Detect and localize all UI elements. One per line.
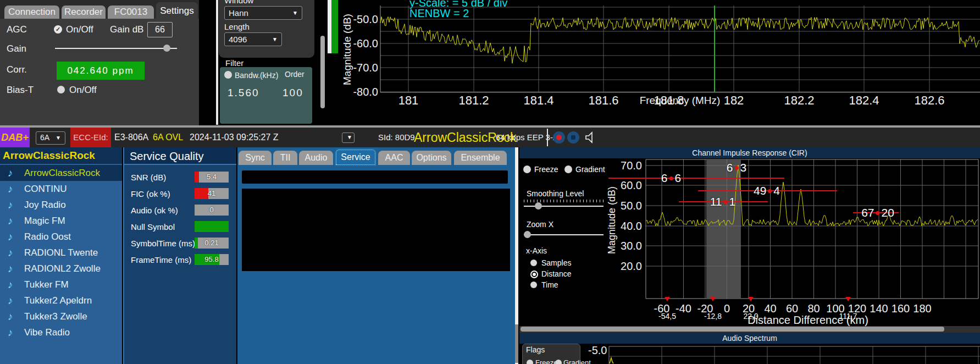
- quality-bar: 0.21: [195, 238, 229, 249]
- cir-xtick: 40: [764, 302, 776, 315]
- list-item[interactable]: ♪CONTINU: [0, 181, 122, 197]
- tab-sync[interactable]: Sync: [239, 151, 272, 165]
- biast-radio[interactable]: [57, 86, 65, 93]
- tab-settings[interactable]: Settings: [156, 2, 198, 19]
- length-label: Length: [224, 22, 250, 31]
- gain-slider[interactable]: [55, 48, 177, 49]
- receiver-panel: ConnectionRecorderFC0013Settings AGC ✓ O…: [0, 0, 199, 125]
- quality-bar: 0: [195, 205, 229, 216]
- horizontal-scrollbar-thumb[interactable]: [521, 327, 944, 332]
- music-note-icon: ♪: [8, 181, 13, 197]
- ecc-eid-badge: ECC-EId:: [70, 128, 111, 147]
- gain-slider-handle[interactable]: [163, 45, 170, 52]
- cir-xtick: 140: [870, 302, 888, 315]
- agc-checkbox[interactable]: ✓: [54, 25, 62, 34]
- service-dropdown-button[interactable]: ▼: [342, 133, 355, 143]
- window-value: Hann: [229, 8, 248, 18]
- cir-freeze-radio[interactable]: [523, 166, 531, 173]
- service-item-label: Tukker2 Apeldrn: [24, 293, 92, 308]
- flags-group: Flags Freeze Gradient: [522, 344, 580, 364]
- service-item-label: Joy Radio: [24, 197, 66, 213]
- service-quality-title: Service Quality: [124, 147, 236, 165]
- tab-connection[interactable]: Connection: [4, 5, 59, 19]
- echo-marker-digits: 4: [773, 184, 780, 197]
- echo-marker-digits: 3: [740, 161, 747, 174]
- vertical-scrollbar-thumb[interactable]: [515, 324, 518, 363]
- gain-db-label: Gain dB: [110, 24, 143, 35]
- list-item[interactable]: ♪Magic FM: [0, 213, 122, 229]
- scrollbar[interactable]: [320, 36, 325, 108]
- tab-fc0013[interactable]: FC0013: [108, 5, 154, 19]
- quality-value: 5.4: [195, 172, 229, 183]
- echo-marker-digits: 6: [661, 172, 668, 185]
- biast-label: Bias-T: [7, 85, 34, 96]
- vertical-splitter[interactable]: [216, 0, 218, 125]
- length-combo[interactable]: 4096 ▼: [224, 32, 282, 46]
- content-display-box: [242, 189, 510, 271]
- tab-options[interactable]: Options: [412, 151, 451, 165]
- tab-tii[interactable]: TII: [273, 151, 297, 165]
- echo-axis-marker-label: 111,7: [839, 312, 857, 321]
- stop-button[interactable]: [567, 131, 579, 144]
- echo-marker-digits: 1: [729, 195, 736, 208]
- music-note-icon: ♪: [8, 293, 13, 308]
- as-gradient-radio[interactable]: [555, 360, 562, 364]
- echo-marker-line: [608, 178, 784, 179]
- zoomx-slider-handle[interactable]: [524, 231, 531, 238]
- bandw-value: 1.560: [228, 87, 259, 99]
- list-item[interactable]: ♪RADIONL2 Zwolle: [0, 261, 122, 277]
- datetime: 2024-11-03 09:25:27 Z: [190, 128, 279, 147]
- zoomx-label: Zoom X: [527, 220, 553, 229]
- list-item[interactable]: ♪Vibe Radio: [0, 324, 122, 340]
- xaxis-radio-time[interactable]: [530, 282, 537, 288]
- bandw-radio[interactable]: [224, 71, 232, 79]
- service-item-label: Magic FM: [24, 213, 65, 229]
- xaxis-radio-distance[interactable]: [530, 271, 538, 278]
- list-item[interactable]: ♪RADIONL Twente: [0, 245, 122, 261]
- spectrum-xtick: 181.4: [523, 93, 553, 108]
- music-note-icon: ♪: [8, 324, 13, 340]
- quality-row-label: FIC (ok %): [131, 189, 170, 198]
- spectrum-xtick: 182: [724, 93, 744, 108]
- window-combo[interactable]: Hann ▼: [224, 6, 302, 20]
- list-item[interactable]: ♪Joy Radio: [0, 197, 122, 213]
- ensemble-name: ArrowClassicRock: [0, 147, 122, 164]
- cir-title: Channel Impulse Response (CIR): [519, 147, 980, 158]
- tab-service[interactable]: Service: [335, 148, 377, 166]
- xaxis-radio-samples[interactable]: [530, 260, 537, 266]
- tab-ensemble[interactable]: Ensemble: [454, 151, 507, 165]
- smoothing-slider-handle[interactable]: [535, 202, 542, 209]
- smoothing-slider-ticks: [524, 200, 603, 202]
- music-note-icon: ♪: [8, 213, 13, 229]
- receiver-tabbar: ConnectionRecorderFC0013Settings: [0, 0, 199, 19]
- cir-gradient-radio[interactable]: [564, 166, 572, 173]
- chevron-down-icon: ▼: [56, 132, 61, 144]
- chevron-down-icon: ▼: [292, 7, 298, 19]
- echo-marker-digits: 6: [727, 161, 733, 174]
- record-button[interactable]: [553, 131, 565, 144]
- zoomx-slider[interactable]: [524, 234, 603, 235]
- list-item[interactable]: ♪Tukker3 Zwolle: [0, 308, 122, 324]
- cir-ytick: 30.0: [606, 240, 642, 252]
- length-value: 4096: [229, 35, 247, 44]
- tab-aac[interactable]: AAC: [378, 151, 410, 165]
- list-item[interactable]: ♪ArrowClassicRock: [0, 165, 122, 181]
- echo-axis-marker: [748, 297, 754, 301]
- status-bar: DAB+ 6A ▼ ECC-EId: E3-806A 6A OVL 2024-1…: [0, 128, 980, 147]
- tab-recorder[interactable]: Recorder: [62, 5, 106, 19]
- channel-combo[interactable]: 6A ▼: [36, 131, 65, 145]
- quality-bar-fill: [195, 221, 229, 232]
- echo-marker-digits: 6: [675, 172, 682, 185]
- cir-freeze-label: Freeze: [534, 165, 558, 174]
- service-list: ArrowClassicRock ♪ArrowClassicRock♪CONTI…: [0, 147, 122, 364]
- gain-db-field[interactable]: 66: [147, 22, 173, 37]
- tab-audio[interactable]: Audio: [299, 151, 333, 165]
- list-item[interactable]: ♪Tukker2 Apeldrn: [0, 293, 122, 308]
- list-item[interactable]: ♪Tukker FM: [0, 277, 122, 293]
- as-freeze-radio[interactable]: [527, 360, 533, 364]
- list-item[interactable]: ♪Radio Oost: [0, 229, 122, 245]
- mute-button[interactable]: [584, 131, 597, 146]
- order-label: Order: [285, 70, 304, 79]
- quality-bar: 95.8: [195, 254, 229, 265]
- service-item-label: ArrowClassicRock: [24, 165, 100, 181]
